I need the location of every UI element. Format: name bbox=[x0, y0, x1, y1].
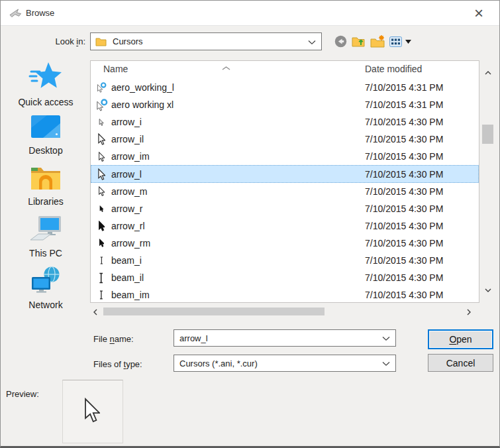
file-date: 7/10/2015 4:30 PM bbox=[365, 203, 443, 214]
file-row[interactable]: aero working xl7/10/2015 4:31 PM bbox=[91, 96, 479, 113]
file-name-input[interactable]: arrow_l bbox=[174, 329, 396, 347]
file-rows: aero_working_l7/10/2015 4:31 PM aero wor… bbox=[91, 79, 479, 304]
cursor-file-icon bbox=[94, 256, 109, 264]
navigation-toolbar bbox=[334, 35, 411, 48]
this-pc-icon bbox=[29, 215, 62, 246]
file-name: arrow_i bbox=[111, 117, 142, 127]
file-row[interactable]: beam_im7/10/2015 4:30 PM bbox=[91, 286, 479, 304]
sidebar-item-label: Network bbox=[28, 300, 62, 310]
cursor-file-icon bbox=[94, 221, 109, 231]
file-date: 7/10/2015 4:30 PM bbox=[365, 117, 443, 127]
file-row[interactable]: beam_il7/10/2015 4:30 PM bbox=[91, 269, 479, 286]
scroll-up-icon[interactable] bbox=[485, 66, 491, 78]
file-date: 7/10/2015 4:30 PM bbox=[365, 255, 443, 266]
cursor-file-icon bbox=[94, 272, 109, 284]
new-folder-icon[interactable] bbox=[370, 35, 385, 48]
cursor-file-icon bbox=[94, 99, 109, 111]
view-menu-caret-icon[interactable] bbox=[405, 40, 411, 44]
files-of-type-label: Files of type: bbox=[93, 359, 142, 369]
sidebar-item-libraries[interactable]: Libraries bbox=[6, 164, 85, 207]
cursor-file-icon bbox=[94, 82, 109, 93]
file-row[interactable]: arrow_r7/10/2015 4:30 PM bbox=[91, 200, 479, 217]
scroll-down-icon[interactable] bbox=[485, 283, 491, 295]
cursor-file-icon bbox=[94, 186, 109, 196]
desktop-icon bbox=[30, 113, 62, 143]
chevron-down-icon bbox=[382, 359, 390, 368]
cursor-file-icon bbox=[94, 205, 109, 212]
files-of-type-value: Cursors (*.ani, *.cur) bbox=[179, 359, 258, 368]
file-row[interactable]: aero_working_l7/10/2015 4:31 PM bbox=[91, 79, 479, 96]
horizontal-scrollbar[interactable] bbox=[90, 306, 479, 318]
vertical-scroll-thumb[interactable] bbox=[482, 125, 493, 144]
look-in-dropdown[interactable]: Cursors bbox=[90, 32, 322, 50]
file-row[interactable]: arrow_il7/10/2015 4:30 PM bbox=[91, 131, 479, 148]
files-of-type-dropdown[interactable]: Cursors (*.ani, *.cur) bbox=[174, 355, 396, 372]
file-name-label: File name: bbox=[93, 334, 134, 344]
file-name: arrow_il bbox=[111, 134, 144, 144]
horizontal-scroll-thumb[interactable] bbox=[103, 308, 325, 315]
file-name: aero working xl bbox=[111, 99, 174, 110]
file-date: 7/10/2015 4:30 PM bbox=[365, 186, 443, 197]
file-date: 7/10/2015 4:30 PM bbox=[365, 272, 443, 283]
file-name: arrow_r bbox=[111, 203, 142, 214]
cursor-file-icon bbox=[94, 119, 109, 126]
libraries-icon bbox=[30, 164, 62, 194]
sort-ascending-icon bbox=[222, 61, 230, 73]
cursor-file-icon bbox=[94, 239, 109, 247]
cursor-file-icon bbox=[94, 168, 109, 180]
sidebar-item-label: Desktop bbox=[28, 145, 62, 156]
file-name: beam_i bbox=[111, 255, 142, 266]
cursor-app-icon bbox=[9, 9, 22, 21]
file-row[interactable]: arrow_rl7/10/2015 4:30 PM bbox=[91, 217, 479, 235]
file-date: 7/10/2015 4:30 PM bbox=[365, 290, 443, 300]
file-name: arrow_im bbox=[111, 151, 150, 162]
column-header-name[interactable]: Name bbox=[103, 64, 128, 74]
file-name: arrow_l bbox=[111, 169, 142, 180]
open-button[interactable]: Open bbox=[428, 329, 493, 349]
file-row[interactable]: arrow_rm7/10/2015 4:30 PM bbox=[91, 235, 479, 252]
column-header-date-modified[interactable]: Date modified bbox=[365, 64, 422, 74]
scroll-right-icon[interactable] bbox=[467, 306, 471, 318]
look-in-label: Look in: bbox=[27, 36, 85, 46]
cursor-file-icon bbox=[94, 290, 109, 300]
folder-icon bbox=[95, 37, 107, 46]
file-date: 7/10/2015 4:30 PM bbox=[365, 134, 443, 144]
close-icon[interactable]: × bbox=[469, 3, 489, 23]
preview-cursor-icon bbox=[83, 398, 100, 425]
file-row[interactable]: arrow_m7/10/2015 4:30 PM bbox=[91, 183, 479, 200]
cancel-button[interactable]: Cancel bbox=[428, 354, 493, 372]
file-name: arrow_m bbox=[111, 186, 147, 197]
file-row[interactable]: arrow_im7/10/2015 4:30 PM bbox=[91, 148, 479, 165]
file-row-selected[interactable]: arrow_l7/10/2015 4:30 PM bbox=[91, 165, 479, 182]
file-date: 7/10/2015 4:30 PM bbox=[365, 151, 443, 162]
file-name: arrow_rm bbox=[111, 238, 150, 249]
back-icon[interactable] bbox=[334, 35, 347, 48]
vertical-scrollbar[interactable] bbox=[480, 60, 495, 303]
chevron-down-icon bbox=[382, 333, 390, 343]
sidebar-item-network[interactable]: Network bbox=[6, 266, 85, 310]
sidebar-item-this-pc[interactable]: This PC bbox=[6, 215, 85, 258]
cursor-file-icon bbox=[94, 133, 109, 145]
file-row[interactable]: beam_i7/10/2015 4:30 PM bbox=[91, 252, 479, 269]
sidebar-item-desktop[interactable]: Desktop bbox=[6, 113, 85, 156]
view-menu-icon[interactable] bbox=[389, 36, 402, 47]
chevron-down-icon bbox=[308, 36, 316, 46]
up-one-level-icon[interactable] bbox=[352, 35, 366, 48]
quick-access-icon bbox=[28, 62, 63, 95]
window-title: Browse bbox=[26, 8, 54, 18]
scroll-left-icon[interactable] bbox=[93, 306, 97, 318]
sidebar-item-quick-access[interactable]: Quick access bbox=[6, 62, 85, 107]
file-row[interactable]: arrow_i7/10/2015 4:30 PM bbox=[91, 113, 479, 131]
cursor-file-icon bbox=[94, 152, 109, 162]
preview-pane bbox=[62, 380, 123, 443]
file-name: beam_il bbox=[111, 272, 144, 283]
file-name-value: arrow_l bbox=[179, 333, 208, 343]
file-list: Name Date modified aero_working_l7/10/20… bbox=[90, 60, 479, 303]
file-date: 7/10/2015 4:31 PM bbox=[365, 99, 443, 110]
file-date: 7/10/2015 4:31 PM bbox=[365, 82, 443, 93]
file-date: 7/10/2015 4:30 PM bbox=[365, 221, 443, 231]
file-name: beam_im bbox=[111, 290, 150, 300]
title-bar: Browse × bbox=[1, 1, 499, 26]
file-name: arrow_rl bbox=[111, 221, 145, 231]
preview-label: Preview: bbox=[6, 389, 39, 399]
